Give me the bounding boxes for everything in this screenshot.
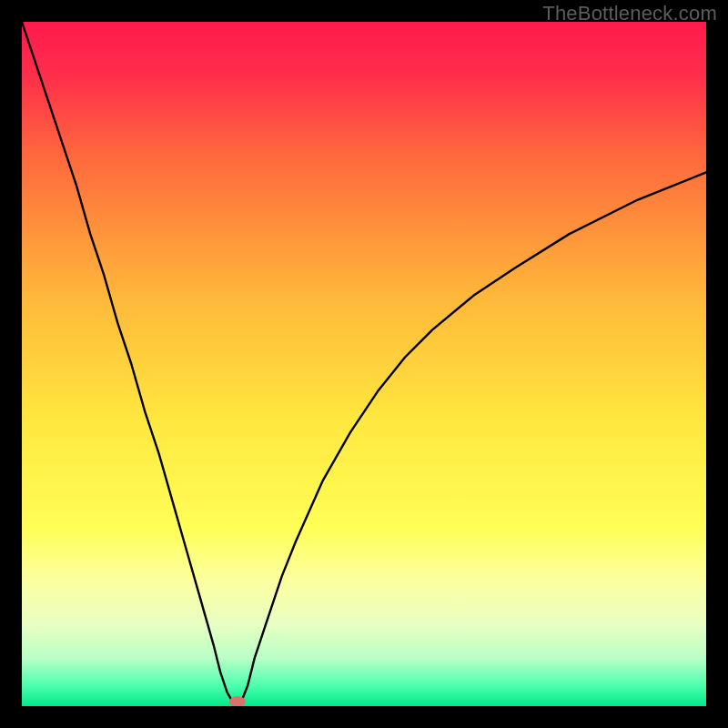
gradient-background [22,22,706,706]
chart-frame: TheBottleneck.com [0,0,728,728]
bottleneck-chart [22,22,706,706]
